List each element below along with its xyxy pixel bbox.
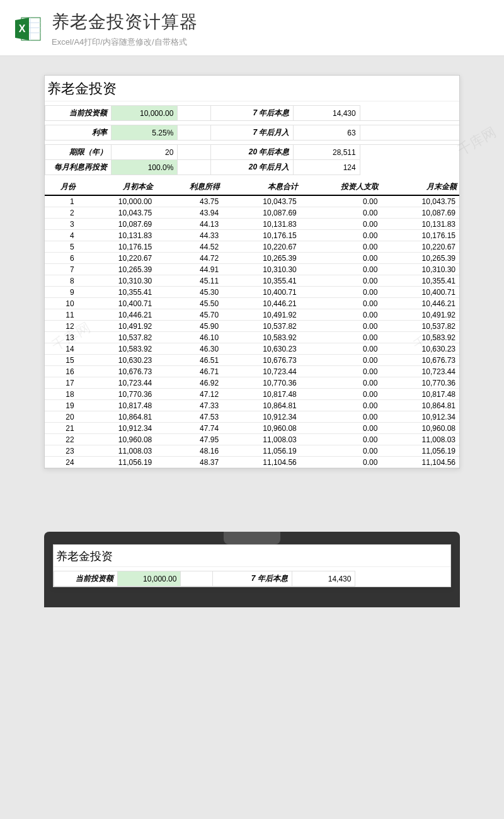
y7-principal-label: 7 年后本息 (210, 106, 294, 121)
y7-monthly-value: 63 (294, 125, 360, 140)
clipboard: 养老金投资 当前投资额 10,000.00 7 年后本息 14,430 (44, 532, 460, 607)
y20-monthly-value: 124 (294, 160, 360, 175)
invest-label: 当前投资额 (45, 106, 112, 121)
table-row: 2311,008.0348.1611,056.190.0011,056.19 (45, 445, 459, 457)
clipboard-clip-icon (224, 532, 280, 544)
excel-icon: X (13, 14, 43, 44)
invest-value[interactable]: 10,000.00 (112, 106, 178, 121)
table-row: 610,220.6744.7210,265.390.0010,265.39 (45, 253, 459, 264)
table-row: 1410,583.9246.3010,630.230.0010,630.23 (45, 343, 459, 355)
table-row: 1310,537.8246.1010,583.920.0010,583.92 (45, 332, 459, 343)
column-header: 本息合计 (222, 179, 301, 195)
table-row: 1710,723.4446.9210,770.360.0010,770.36 (45, 377, 459, 389)
table-row: 510,176.1544.5210,220.670.0010,220.67 (45, 241, 459, 253)
data-table: 月份月初本金利息所得本息合计投资人支取月末金额 110,000.0043.751… (45, 179, 459, 468)
column-header: 投资人支取 (301, 179, 382, 195)
preview-canvas: 千库网 千库网 千库网 千库网 千库网 养老金投资 当前投资额 10,000.0… (0, 56, 504, 507)
column-header: 月末金额 (381, 179, 459, 195)
svg-text:X: X (19, 23, 26, 34)
sheet-title: 养老金投资 (45, 76, 459, 101)
page-header: X 养老金投资计算器 Excel/A4打印/内容随意修改/自带格式 (0, 0, 504, 56)
table-row: 710,265.3944.9110,310.300.0010,310.30 (45, 264, 459, 275)
table-row: 410,131.8344.3310,176.150.0010,176.15 (45, 230, 459, 241)
rate-value[interactable]: 5.25% (112, 125, 178, 140)
page-title: 养老金投资计算器 (52, 10, 491, 34)
column-header: 利息所得 (156, 179, 222, 195)
y20-principal-label: 20 年后本息 (210, 145, 294, 160)
table-row: 2411,056.1948.3711,104.560.0011,104.56 (45, 457, 459, 468)
column-header: 月份 (45, 179, 78, 195)
page-subtitle: Excel/A4打印/内容随意修改/自带格式 (52, 37, 491, 48)
table-row: 2010,864.8147.5310,912.340.0010,912.34 (45, 411, 459, 423)
secondary-preview: 养老金投资 当前投资额 10,000.00 7 年后本息 14,430 (44, 532, 460, 607)
rate-label: 利率 (45, 125, 112, 140)
table-row: 1810,770.3647.1210,817.480.0010,817.48 (45, 389, 459, 400)
table-row: 2210,960.0847.9511,008.030.0011,008.03 (45, 434, 459, 445)
params-table: 当前投资额 10,000.00 7 年后本息 14,430 利率 5.25% 7… (45, 101, 459, 175)
table-row: 110,000.0043.7510,043.750.0010,043.75 (45, 195, 459, 207)
y20-principal-value: 28,511 (294, 145, 360, 160)
reinvest-label: 每月利息再投资 (45, 160, 112, 175)
term-label: 期限（年） (45, 145, 112, 160)
table-row: 210,043.7543.9410,087.690.0010,087.69 (45, 207, 459, 219)
table-row: 1610,676.7346.7110,723.440.0010,723.44 (45, 366, 459, 377)
table-row: 1010,400.7145.5010,446.210.0010,446.21 (45, 298, 459, 309)
table-row: 810,310.3045.1110,355.410.0010,355.41 (45, 275, 459, 287)
table-row: 310,087.6944.1310,131.830.0010,131.83 (45, 219, 459, 230)
y7-monthly-label: 7 年后月入 (210, 125, 294, 140)
y20-monthly-label: 20 年后月入 (210, 160, 294, 175)
spreadsheet: 养老金投资 当前投资额 10,000.00 7 年后本息 14,430 利率 5… (44, 75, 460, 469)
table-row: 2110,912.3447.7410,960.080.0010,960.08 (45, 423, 459, 434)
sheet-title-2: 养老金投资 (54, 545, 450, 567)
column-header: 月初本金 (78, 179, 156, 195)
table-row: 1210,491.9245.9010,537.820.0010,537.82 (45, 321, 459, 332)
table-row: 910,355.4145.3010,400.710.0010,400.71 (45, 287, 459, 298)
table-row: 1510,630.2346.5110,676.730.0010,676.73 (45, 355, 459, 366)
y7-principal-value: 14,430 (294, 106, 360, 121)
reinvest-value[interactable]: 100.0% (112, 160, 178, 175)
term-value[interactable]: 20 (112, 145, 178, 160)
table-row: 1910,817.4847.3310,864.810.0010,864.81 (45, 400, 459, 411)
table-row: 1110,446.2145.7010,491.920.0010,491.92 (45, 309, 459, 321)
watermark: 千库网 (454, 123, 500, 160)
